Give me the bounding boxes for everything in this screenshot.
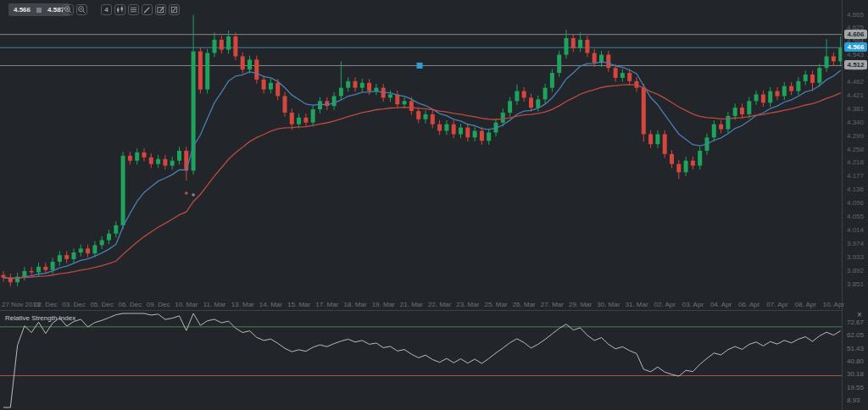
draw-button[interactable]: [142, 4, 153, 15]
time-axis-label: 23. Mar: [456, 301, 479, 308]
rsi-axis-label: 19.55: [847, 384, 864, 391]
price-axis-label: 4.543: [847, 51, 864, 58]
price-axis-label: 4.055: [847, 213, 864, 220]
time-axis[interactable]: 27 Nov 201302. Dec03. Dec05. Dec06. Dec0…: [0, 298, 842, 310]
time-axis-label: 17. Mar: [315, 301, 338, 308]
indicators-button[interactable]: [128, 4, 139, 15]
price-axis-label: 3.892: [847, 267, 864, 274]
expand-button[interactable]: [169, 4, 180, 15]
zoom-out-button[interactable]: [76, 4, 87, 15]
zoom-out-icon: [77, 5, 86, 14]
time-axis-label: 21. Mar: [400, 301, 423, 308]
time-axis-label: 31. Mar: [625, 301, 648, 308]
time-axis-label: 03. Dec: [62, 301, 86, 308]
zoom-in-button[interactable]: [63, 4, 74, 15]
price-badge-4.566[interactable]: 4.566: [844, 42, 867, 52]
rsi-chart[interactable]: [0, 311, 842, 410]
price-axis-label: 4.462: [847, 78, 864, 86]
time-axis-label: 15. Mar: [287, 301, 310, 308]
timeframe-button[interactable]: 4: [101, 4, 112, 15]
candlestick-chart[interactable]: [0, 0, 842, 298]
time-axis-label: 08. Apr: [795, 301, 816, 308]
time-axis-label: 30. Mar: [597, 301, 620, 308]
time-axis-label: 26. Mar: [513, 301, 536, 308]
chart-toolbar: 4: [63, 4, 182, 15]
time-axis-label: 02. Dec: [34, 301, 58, 308]
time-axis-label: 06. Dec: [119, 301, 142, 308]
list-icon: [129, 5, 138, 14]
price-axis-label: 4.299: [847, 132, 864, 140]
price-axis-label: 4.177: [847, 172, 864, 180]
pencil-icon: [142, 5, 152, 14]
expand-icon: [170, 5, 179, 14]
rsi-panel: Relative Strength Index: [0, 310, 842, 410]
time-axis-label: 05. Dec: [90, 301, 114, 308]
time-axis-label: 27. Mar: [541, 301, 564, 308]
rsi-axis-label: 30.18: [847, 370, 864, 378]
price-axis-label: 3.974: [847, 240, 864, 247]
time-axis-label: 10. Mar: [175, 301, 198, 308]
spread-indicator: [36, 8, 42, 13]
price-badge-4.606[interactable]: 4.606: [844, 30, 867, 39]
price-badge-4.512[interactable]: 4.512: [844, 60, 867, 69]
edit-chart-button[interactable]: [155, 4, 166, 15]
edit-icon: [156, 5, 165, 14]
price-axis-label: 4.665: [847, 11, 864, 19]
price-axis-label: 4.218: [847, 158, 864, 166]
rsi-axis-label: 62.05: [847, 331, 864, 339]
zoom-in-icon: [64, 5, 73, 14]
time-axis-label: 13. Mar: [231, 301, 254, 308]
time-axis-label: 29. Mar: [569, 301, 592, 308]
chart-type-button[interactable]: [114, 4, 125, 15]
rsi-axis-label: 72.67: [847, 319, 864, 326]
time-axis-label: 04. Apr: [710, 301, 732, 308]
rsi-axis-label: 51.43: [847, 345, 864, 352]
price-axis-label: 4.258: [847, 146, 864, 153]
price-axis-label: 4.014: [847, 226, 864, 234]
time-axis-label: 02. Apr: [654, 301, 676, 308]
time-axis-label: 09. Dec: [147, 301, 170, 308]
price-axis-label: 4.096: [847, 199, 864, 207]
time-axis-label: 03. Apr: [682, 301, 704, 308]
timeframe-icon: 4: [104, 7, 108, 14]
time-axis-label: 07. Apr: [766, 301, 787, 308]
time-axis-label: 19. Mar: [372, 301, 395, 308]
trading-platform: 4.566 4.587 4 27 Nov 201302. Dec03. De: [0, 0, 868, 410]
time-axis-label: 18. Mar: [343, 301, 366, 308]
rsi-panel-title: Relative Strength Index: [5, 314, 75, 322]
time-axis-label: 06. Apr: [738, 301, 760, 308]
time-axis-label: 25. Mar: [484, 301, 507, 308]
time-axis-label: 11. Mar: [203, 301, 226, 308]
price-axis-label: 3.851: [847, 280, 864, 288]
candlestick-icon: [115, 5, 125, 14]
sell-price[interactable]: 4.566: [14, 6, 31, 14]
time-axis-label: 22. Mar: [428, 301, 451, 308]
rsi-axis-label: 8.93: [847, 396, 860, 404]
rsi-axis-label: 40.80: [847, 357, 864, 365]
price-axis-label: 4.136: [847, 186, 864, 193]
time-axis-label: 14. Mar: [259, 301, 282, 308]
quote-widget[interactable]: 4.566 4.587: [8, 3, 70, 16]
price-axis[interactable]: 4.6654.6254.5844.5434.5024.4624.4214.381…: [842, 0, 868, 410]
price-axis-label: 4.381: [847, 105, 864, 113]
price-axis-label: 3.933: [847, 253, 864, 261]
price-axis-label: 4.421: [847, 91, 864, 99]
price-axis-label: 4.340: [847, 119, 864, 126]
